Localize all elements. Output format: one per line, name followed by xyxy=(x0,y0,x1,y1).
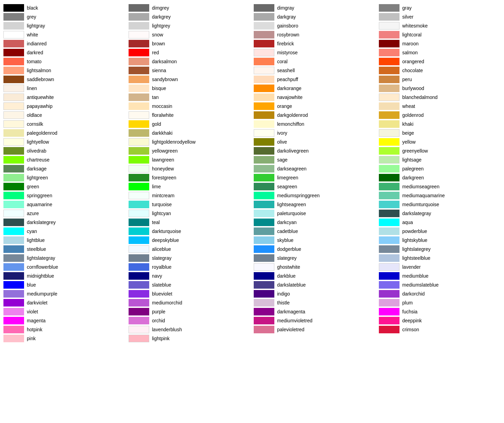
color-name-label: darkslateblue xyxy=(277,282,306,288)
color-swatch xyxy=(379,317,399,324)
color-name-label: moccasin xyxy=(152,103,172,109)
color-swatch xyxy=(254,67,274,74)
color-swatch xyxy=(129,22,149,30)
color-item: palegoldenrod xyxy=(3,129,125,137)
color-swatch xyxy=(3,40,24,47)
color-item: saddlebrown xyxy=(3,75,125,84)
color-name-label: hotpink xyxy=(27,327,42,332)
color-swatch xyxy=(3,299,24,307)
color-name-label: mediumslateblue xyxy=(402,282,439,288)
color-item: gainsboro xyxy=(254,21,375,30)
color-item: turquoise xyxy=(129,200,250,209)
color-item: aqua xyxy=(379,218,501,227)
color-swatch xyxy=(129,290,149,298)
color-item: lime xyxy=(129,182,250,191)
color-item: tomato xyxy=(3,57,125,66)
color-item: lightblue xyxy=(3,236,125,245)
color-name-label: gold xyxy=(152,121,161,127)
color-item: limegreen xyxy=(254,173,375,182)
color-name-label: cadetblue xyxy=(277,229,298,234)
color-item: dodgerblue xyxy=(254,245,375,254)
color-item: chocolate xyxy=(379,66,501,75)
color-swatch xyxy=(379,93,399,101)
color-swatch xyxy=(379,201,399,208)
color-item: indianred xyxy=(3,39,125,48)
color-item: springgreen xyxy=(3,191,125,200)
color-name-label: mediumpurple xyxy=(27,291,57,297)
color-item: blueviolet xyxy=(129,289,250,298)
color-item: dimgrey xyxy=(129,3,250,12)
color-name-label: forestgreen xyxy=(152,175,176,180)
color-swatch xyxy=(3,290,24,298)
color-column-3: dimgraydarkgraygainsbororosybrownfirebri… xyxy=(254,3,375,343)
color-item: darkgreen xyxy=(379,173,501,182)
color-swatch xyxy=(129,111,149,119)
color-name-label: sandybrown xyxy=(152,77,178,82)
color-name-label: ivory xyxy=(277,130,287,136)
color-name-label: dodgerblue xyxy=(277,246,301,252)
color-name-label: salmon xyxy=(402,50,418,55)
color-swatch xyxy=(379,308,399,315)
color-swatch xyxy=(3,201,24,208)
color-swatch xyxy=(379,272,399,280)
color-swatch xyxy=(254,85,274,92)
color-name-label: lightpink xyxy=(152,336,169,341)
color-name-label: coral xyxy=(277,59,287,64)
color-item: mediumturquoise xyxy=(379,200,501,209)
color-item: lawngreen xyxy=(129,155,250,164)
color-name-label: silver xyxy=(402,14,414,20)
color-name-label: darkgreen xyxy=(402,175,424,180)
color-name-label: linen xyxy=(27,86,37,91)
color-name-label: mediumseagreen xyxy=(402,184,439,189)
color-item: azure xyxy=(3,209,125,218)
color-swatch xyxy=(129,254,149,262)
color-name-label: purple xyxy=(152,309,165,314)
color-swatch xyxy=(379,129,399,137)
color-name-label: mintcream xyxy=(152,193,174,198)
color-name-label: lime xyxy=(152,184,161,189)
color-name-label: darkslategray xyxy=(402,211,431,216)
color-swatch xyxy=(129,236,149,244)
color-name-label: mediumblue xyxy=(402,273,428,279)
color-swatch xyxy=(379,13,399,21)
color-name-label: lightseagreen xyxy=(277,202,306,207)
color-swatch xyxy=(254,263,274,271)
color-swatch xyxy=(3,335,24,342)
color-item: salmon xyxy=(379,48,501,57)
color-name-label: maroon xyxy=(402,41,418,46)
color-name-label: blue xyxy=(27,282,36,288)
color-swatch xyxy=(129,85,149,92)
color-item: sage xyxy=(254,155,375,164)
color-name-label: mediumvioletred xyxy=(277,318,313,323)
color-swatch xyxy=(129,174,149,181)
color-name-label: cornflowerblue xyxy=(27,264,58,270)
color-swatch xyxy=(379,219,399,226)
color-item: beige xyxy=(379,129,501,137)
color-swatch xyxy=(3,192,24,199)
color-swatch xyxy=(379,4,399,12)
color-name-label: darksage xyxy=(27,166,47,171)
color-swatch xyxy=(129,129,149,137)
color-item: darkturquoise xyxy=(129,227,250,236)
color-swatch xyxy=(254,102,274,110)
color-swatch xyxy=(3,326,24,333)
color-swatch xyxy=(3,183,24,190)
color-name-label: papayawhip xyxy=(27,103,53,109)
color-name-label: powderblue xyxy=(402,229,427,234)
color-item: slategrey xyxy=(254,254,375,263)
color-name-label: oldlace xyxy=(27,112,42,118)
color-item: lightpink xyxy=(129,334,250,343)
color-swatch xyxy=(3,254,24,262)
color-swatch xyxy=(129,49,149,56)
color-name-label: blanchedalmond xyxy=(402,94,438,100)
color-name-label: mistyrose xyxy=(277,50,298,55)
color-item: darkslategray xyxy=(379,209,501,218)
color-swatch xyxy=(3,111,24,119)
color-name-label: peachpuff xyxy=(277,77,298,82)
color-name-label: mediumturquoise xyxy=(402,202,439,207)
color-swatch xyxy=(129,147,149,155)
color-name-label: royalblue xyxy=(152,264,172,270)
color-item: lavenderblush xyxy=(129,325,250,334)
color-item: palegreen xyxy=(379,164,501,173)
color-swatch xyxy=(129,102,149,110)
